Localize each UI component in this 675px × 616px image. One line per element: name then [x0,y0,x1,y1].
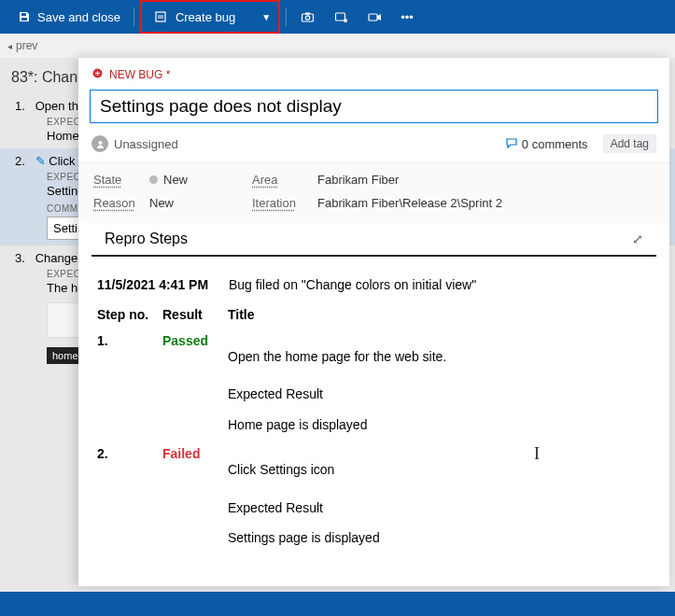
bug-header: NEW BUG * [78,58,669,88]
repro-row-2: 2. Failed Click Settings icon Expected R… [97,441,651,553]
ellipsis-icon: ••• [401,10,414,24]
comment-icon [505,136,518,152]
bug-type-icon [91,67,104,82]
video-icon [367,9,382,24]
prev-label: prev [16,39,37,52]
bug-title-input[interactable] [90,90,658,123]
svg-rect-6 [369,14,377,21]
repro-subtitle: Bug filed on "Change colors on initial v… [229,277,476,292]
reason-value[interactable]: New [149,196,252,210]
prev-nav[interactable]: ◂ prev [0,34,675,58]
iteration-value[interactable]: Fabrikam Fiber\Release 2\Sprint 2 [317,196,654,210]
col-step: Step no. [97,307,162,322]
iteration-label: Iteration [252,196,317,210]
step-num: 2. [97,446,162,461]
chevron-left-icon: ◂ [7,41,12,51]
bug-fields: State New Area Fabrikam Fiber Reason New… [78,162,669,223]
record-screen-button[interactable] [324,0,358,34]
reason-label: Reason [93,196,149,210]
expand-icon[interactable]: ⤢ [632,231,643,246]
save-icon [17,9,32,24]
col-title: Title [228,307,651,322]
screen-record-icon [333,9,348,24]
toolbar-separator [134,7,134,26]
repro-table-header: Step no. Result Title [97,307,651,328]
repro-steps-title: Repro Steps [105,231,188,247]
assignee-picker[interactable]: Unassigned [91,135,490,152]
repro-steps-body[interactable]: 11/5/2021 4:41 PM Bug filed on "Change c… [78,257,669,586]
camera-icon [300,9,315,24]
create-bug-button[interactable]: Create bug ▼ [140,0,280,34]
repro-row-1: 1. Passed Open the home page for the web… [97,328,651,441]
step-result-failed: Failed [162,446,228,461]
step-result-passed: Passed [162,333,228,348]
new-bug-panel: NEW BUG * Unassigned 0 comments Add tag … [78,58,669,586]
step-body: Click Settings icon Expected Result Sett… [228,446,651,548]
more-button[interactable]: ••• [391,0,423,34]
add-tag-button[interactable]: Add tag [603,134,656,153]
top-toolbar: Save and close Create bug ▼ ••• [0,0,675,34]
state-label: State [93,173,149,187]
step-body: Open the home page for the web site. Exp… [228,333,651,435]
bug-meta-row: Unassigned 0 comments Add tag [78,131,669,162]
bug-icon [153,9,168,24]
repro-date: 11/5/2021 4:41 PM [97,277,208,292]
save-close-button[interactable]: Save and close [7,0,130,34]
toolbar-separator [286,7,287,26]
area-label: Area [252,173,317,187]
assignee-label: Unassigned [114,137,178,151]
footer-bar [0,592,675,616]
svg-point-5 [344,19,347,22]
repro-meta: 11/5/2021 4:41 PM Bug filed on "Change c… [97,268,651,307]
state-dot-icon [149,175,158,184]
svg-point-8 [98,141,102,145]
bug-header-label: NEW BUG * [109,68,170,81]
video-button[interactable] [358,0,391,34]
avatar-icon [91,135,108,152]
save-close-label: Save and close [37,10,120,24]
comments-label: 0 comments [522,137,588,151]
svg-rect-3 [305,12,310,14]
svg-point-2 [305,15,309,19]
chevron-down-icon: ▼ [261,12,271,22]
text-cursor-icon: I [534,444,540,464]
svg-rect-4 [335,13,345,21]
create-bug-label: Create bug [176,10,235,24]
repro-steps-header: Repro Steps ⤢ [91,223,656,257]
screenshot-button[interactable] [290,0,324,34]
state-value[interactable]: New [149,173,252,187]
area-value[interactable]: Fabrikam Fiber [317,173,654,187]
pencil-icon: ✎ [35,154,46,168]
step-num: 1. [97,333,162,348]
col-result: Result [162,307,228,322]
comments-button[interactable]: 0 comments [505,136,588,152]
